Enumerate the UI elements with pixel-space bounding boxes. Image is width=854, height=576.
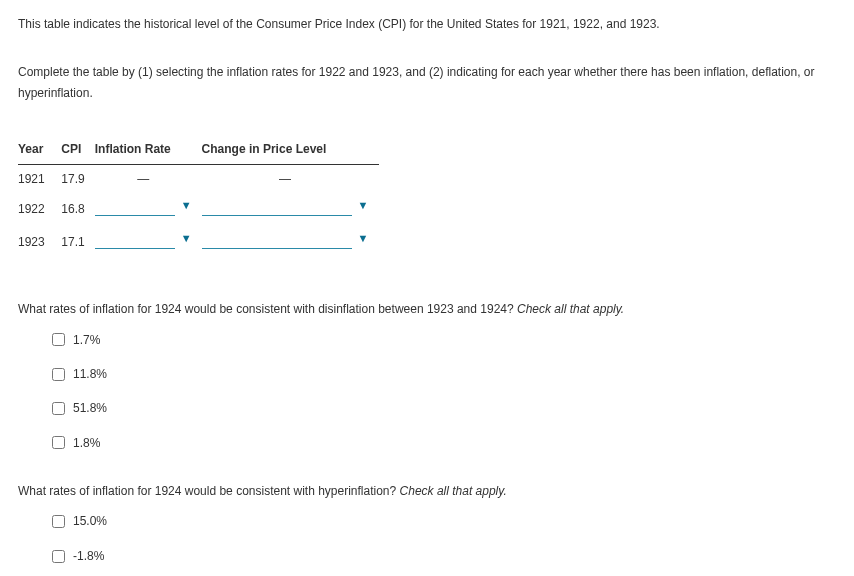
option-row: 1.7% xyxy=(52,330,836,350)
dropdown-line xyxy=(95,202,175,216)
cell-cpi: 17.1 xyxy=(61,226,94,259)
cell-year: 1923 xyxy=(18,226,61,259)
cell-cpi: 16.8 xyxy=(61,193,94,226)
checkbox-option[interactable] xyxy=(52,402,65,415)
question-hint: Check all that apply. xyxy=(517,302,624,316)
checkbox-option[interactable] xyxy=(52,515,65,528)
dropdown-line xyxy=(202,202,352,216)
cell-year: 1921 xyxy=(18,164,61,193)
question-hint: Check all that apply. xyxy=(400,484,507,498)
col-change: Change in Price Level xyxy=(202,135,379,164)
col-rate: Inflation Rate xyxy=(95,135,202,164)
option-label[interactable]: 15.0% xyxy=(73,511,107,531)
question-disinflation: What rates of inflation for 1924 would b… xyxy=(18,299,836,319)
option-label[interactable]: 1.8% xyxy=(73,433,100,453)
price-level-dropdown-1922[interactable]: ▼ xyxy=(202,197,369,216)
option-label[interactable]: 1.7% xyxy=(73,330,100,350)
cell-cpi: 17.9 xyxy=(61,164,94,193)
intro-text: This table indicates the historical leve… xyxy=(18,14,836,34)
cpi-table: Year CPI Inflation Rate Change in Price … xyxy=(18,135,379,259)
table-row: 1923 17.1 ▼ ▼ xyxy=(18,226,379,259)
option-row: -1.8% xyxy=(52,546,836,566)
option-label[interactable]: 11.8% xyxy=(73,364,107,384)
chevron-down-icon: ▼ xyxy=(181,196,192,215)
chevron-down-icon: ▼ xyxy=(358,229,369,248)
cell-change: — xyxy=(202,164,379,193)
checkbox-option[interactable] xyxy=(52,550,65,563)
checkbox-option[interactable] xyxy=(52,333,65,346)
option-row: 1.8% xyxy=(52,433,836,453)
instructions-text: Complete the table by (1) selecting the … xyxy=(18,62,836,103)
price-level-dropdown-1923[interactable]: ▼ xyxy=(202,230,369,249)
table-row: 1921 17.9 — — xyxy=(18,164,379,193)
question-text: What rates of inflation for 1924 would b… xyxy=(18,484,400,498)
inflation-rate-dropdown-1922[interactable]: ▼ xyxy=(95,197,192,216)
cell-year: 1922 xyxy=(18,193,61,226)
dropdown-line xyxy=(95,235,175,249)
question-text: What rates of inflation for 1924 would b… xyxy=(18,302,517,316)
option-label[interactable]: -1.8% xyxy=(73,546,104,566)
cell-rate: — xyxy=(95,164,202,193)
option-row: 11.8% xyxy=(52,364,836,384)
dropdown-line xyxy=(202,235,352,249)
table-row: 1922 16.8 ▼ ▼ xyxy=(18,193,379,226)
options-disinflation: 1.7% 11.8% 51.8% 1.8% xyxy=(52,330,836,454)
col-cpi: CPI xyxy=(61,135,94,164)
checkbox-option[interactable] xyxy=(52,368,65,381)
inflation-rate-dropdown-1923[interactable]: ▼ xyxy=(95,230,192,249)
col-year: Year xyxy=(18,135,61,164)
options-hyperinflation: 15.0% -1.8% 100.0% 120.0% xyxy=(52,511,836,576)
question-hyperinflation: What rates of inflation for 1924 would b… xyxy=(18,481,836,501)
option-label[interactable]: 51.8% xyxy=(73,398,107,418)
checkbox-option[interactable] xyxy=(52,436,65,449)
chevron-down-icon: ▼ xyxy=(358,196,369,215)
option-row: 15.0% xyxy=(52,511,836,531)
chevron-down-icon: ▼ xyxy=(181,229,192,248)
option-row: 51.8% xyxy=(52,398,836,418)
